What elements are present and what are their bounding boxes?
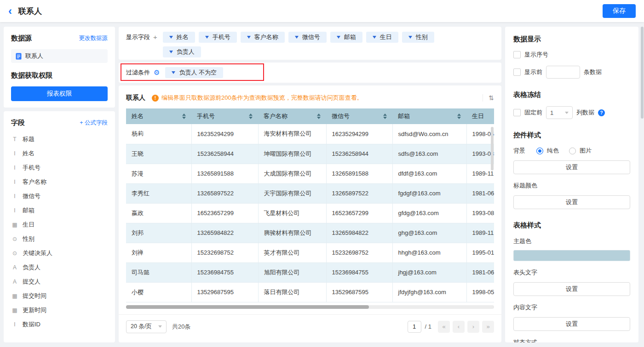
sort-carets-icon[interactable]	[457, 114, 461, 119]
display-field-chip[interactable]: 负责人	[163, 46, 201, 57]
sort-carets-icon[interactable]	[383, 114, 387, 119]
chevron-down-icon	[169, 36, 173, 39]
table-cell: 刘邦	[126, 223, 191, 243]
show-first-checkbox[interactable]	[513, 68, 521, 76]
table-row[interactable]: 司马懿15236984755旭阳有限公司15236984755jhgj@163.…	[126, 262, 494, 282]
table-cell: 13265984822	[326, 223, 392, 243]
show-first-count-input[interactable]	[546, 66, 580, 79]
field-item[interactable]: A提交人	[11, 274, 108, 289]
page-size-select[interactable]: 20 条/页	[126, 320, 167, 333]
column-header[interactable]: 手机号	[191, 108, 258, 124]
datasource-item[interactable]: 联系人	[11, 49, 108, 63]
date-field-icon: ▦	[11, 293, 18, 299]
filter-condition-chip[interactable]: 负责人 不为空	[165, 67, 223, 78]
table-style-title: 表格样式	[513, 221, 630, 230]
first-page-button[interactable]: «	[438, 321, 450, 333]
column-header[interactable]: 客户名称	[258, 108, 326, 124]
field-item[interactable]: I数据ID	[11, 317, 108, 331]
table-vertical-scrollbar[interactable]	[491, 127, 494, 171]
top-header: ‹ 联系人 保存	[0, 0, 644, 22]
report-permission-button[interactable]: 报表权限	[11, 86, 108, 101]
table-cell: 1998-05	[466, 124, 494, 144]
sort-carets-icon[interactable]	[317, 114, 321, 119]
scrollbar-thumb[interactable]	[126, 305, 369, 309]
field-item[interactable]: ⊙关键决策人	[11, 246, 108, 260]
column-header[interactable]: 生日	[466, 108, 494, 124]
prev-page-button[interactable]: ‹	[453, 321, 465, 333]
current-page-input[interactable]: 1	[408, 321, 421, 333]
display-field-chip[interactable]: 姓名	[163, 32, 195, 43]
column-header[interactable]: 微信号	[326, 108, 392, 124]
back-button[interactable]: ‹	[8, 6, 12, 16]
field-item[interactable]: ▦提交时间	[11, 289, 108, 303]
sort-carets-icon[interactable]	[182, 114, 186, 119]
table-row[interactable]: 小樱13529687595落日有限公司13529687595jfdyjfgh@1…	[126, 282, 494, 302]
display-field-chip[interactable]: 性别	[402, 32, 434, 43]
text-field-icon: I	[11, 321, 18, 328]
add-display-field-button[interactable]: +	[153, 32, 157, 43]
chevron-down-icon	[205, 36, 209, 39]
field-item[interactable]: I邮箱	[11, 203, 108, 217]
theme-color-swatch[interactable]	[513, 250, 630, 261]
table-horizontal-scrollbar[interactable]	[126, 305, 494, 309]
table-row[interactable]: 王晓15236258944坤曜国际有限公司15236258944sdfs@163…	[126, 144, 494, 164]
display-field-chip[interactable]: 生日	[366, 32, 398, 43]
column-header[interactable]: 邮箱	[392, 108, 466, 124]
table-row[interactable]: 嬴政16523657299飞星材料公司16523657299gfdg@163.c…	[126, 203, 494, 223]
header-text-set-button[interactable]: 设置	[513, 282, 630, 296]
sort-carets-icon[interactable]	[249, 114, 253, 119]
solid-color-radio[interactable]	[536, 148, 543, 154]
column-title: 姓名	[132, 112, 144, 120]
display-field-chip[interactable]: 邮箱	[330, 32, 362, 43]
column-header[interactable]: 姓名	[126, 108, 191, 124]
field-item[interactable]: I姓名	[11, 146, 108, 160]
caret-up-icon	[383, 114, 387, 116]
content-text-set-button[interactable]: 设置	[513, 317, 630, 331]
table-row[interactable]: 杨莉16235294299海安材料有限公司16235294299sdfsd@Wo…	[126, 124, 494, 144]
field-item[interactable]: ⊙性别	[11, 232, 108, 246]
document-icon	[16, 53, 22, 60]
align-label: 对齐方式	[513, 338, 630, 342]
image-radio[interactable]	[569, 148, 576, 154]
field-label: 负责人	[23, 263, 40, 272]
table-row[interactable]: 刘禅15232698752英才有限公司15232698752hhgh@163.c…	[126, 243, 494, 262]
chevron-down-icon	[158, 325, 162, 328]
title-color-set-button[interactable]: 设置	[513, 195, 630, 209]
field-item[interactable]: A负责人	[11, 260, 108, 274]
last-page-button[interactable]: »	[482, 321, 494, 333]
show-index-checkbox[interactable]	[513, 51, 521, 58]
gear-icon[interactable]: ⚙	[154, 68, 160, 77]
field-item[interactable]: I微信号	[11, 189, 108, 203]
freeze-checkbox[interactable]	[513, 109, 521, 116]
sort-order-icon[interactable]: ⇅	[483, 94, 494, 102]
radio-field-icon: ⊙	[11, 250, 18, 256]
field-item[interactable]: ▦更新时间	[11, 303, 108, 317]
change-datasource-link[interactable]: 更改数据源	[79, 34, 108, 42]
table-row[interactable]: 李秀红13265897522天宇国际有限公司13265897522fgdgf@1…	[126, 183, 494, 203]
help-icon[interactable]: ?	[598, 109, 605, 116]
display-field-chip[interactable]: 客户名称	[241, 32, 285, 43]
background-set-button[interactable]: 设置	[513, 160, 630, 174]
chip-label: 生日	[380, 33, 392, 41]
date-field-icon: ▦	[11, 222, 18, 228]
display-field-chip[interactable]: 微信号	[288, 32, 327, 43]
freeze-label: 固定前	[524, 108, 542, 117]
freeze-count-select[interactable]: 1	[546, 106, 573, 119]
display-field-chip[interactable]: 手机号	[199, 32, 237, 43]
chip-label: 性别	[416, 33, 428, 41]
next-page-button[interactable]: ›	[467, 321, 479, 333]
save-button[interactable]: 保存	[603, 4, 636, 18]
field-label: 数据ID	[23, 320, 40, 329]
caret-down-icon	[317, 117, 321, 119]
add-formula-field-link[interactable]: + 公式字段	[80, 119, 108, 127]
table-row[interactable]: 苏漫13265891588大成国际有限公司13265891588dfdf@163…	[126, 164, 494, 183]
show-first-label: 显示前	[524, 68, 542, 76]
field-item[interactable]: I客户名称	[11, 175, 108, 189]
table-cell: 15236984755	[191, 262, 258, 282]
chevron-down-icon	[169, 51, 173, 53]
page-scrollbar[interactable]	[641, 27, 644, 119]
table-row[interactable]: 刘邦13265984822腾骏材料有限公司13265984822ghg@163.…	[126, 223, 494, 243]
field-item[interactable]: I手机号	[11, 160, 108, 175]
field-item[interactable]: ▦生日	[11, 217, 108, 232]
field-item[interactable]: T标题	[11, 132, 108, 146]
